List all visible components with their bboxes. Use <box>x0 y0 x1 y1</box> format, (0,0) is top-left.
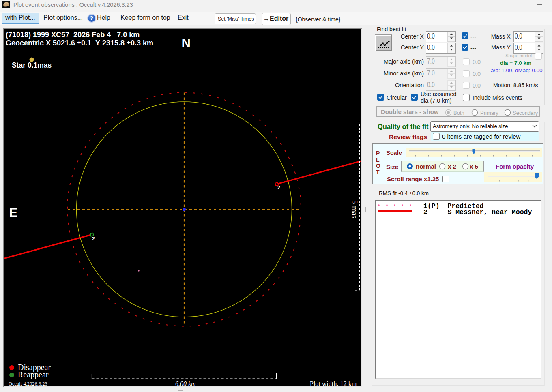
svg-text:2: 2 <box>277 185 280 191</box>
svg-text:Plot width: 12 km: Plot width: 12 km <box>310 380 357 386</box>
svg-text:(71018) 1999 XC57 2026 Feb 4: (71018) 1999 XC57 2026 Feb 4 7.0 km <box>6 31 140 39</box>
svg-text:Geocentric X 5021.6 ±0.1 Y 23: Geocentric X 5021.6 ±0.1 Y 2315.8 ±0.3 k… <box>6 39 153 47</box>
svg-text:Star 0.1mas: Star 0.1mas <box>12 61 52 69</box>
svg-text:N: N <box>182 36 191 50</box>
svg-text:E: E <box>9 206 18 220</box>
svg-text:Occult 4.2026.3.23: Occult 4.2026.3.23 <box>9 381 47 387</box>
svg-text:2: 2 <box>92 236 95 242</box>
svg-text:6.00 km: 6.00 km <box>175 380 196 387</box>
svg-text:Reappear: Reappear <box>18 370 49 379</box>
